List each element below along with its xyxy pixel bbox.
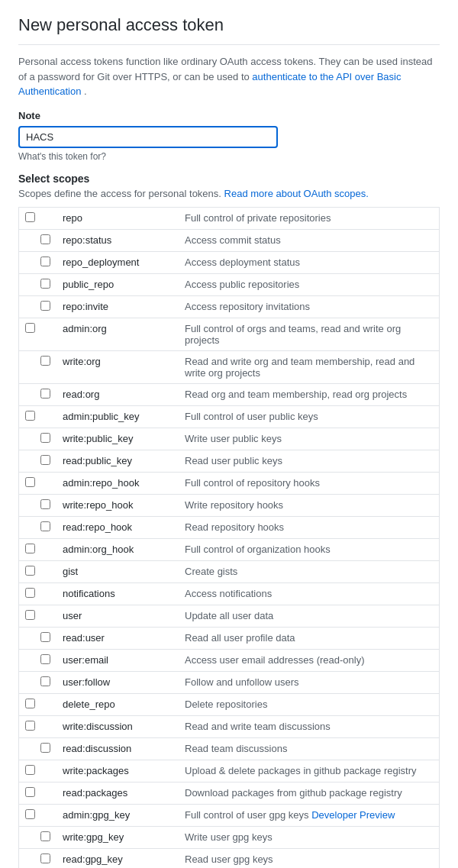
table-row: read:discussionRead team discussions (19, 737, 440, 760)
table-row: repo:statusAccess commit status (19, 229, 440, 251)
scope-name-write_public_key: write:public_key (56, 428, 179, 450)
scope-desc-public_repo: Access public repositories (179, 273, 440, 295)
checkbox-notifications[interactable] (25, 588, 35, 598)
title-divider (18, 44, 440, 45)
checkbox-read_org[interactable] (40, 389, 50, 399)
checkbox-repo[interactable] (25, 212, 35, 222)
table-row: admin:orgFull control of orgs and teams,… (19, 318, 440, 350)
checkbox-user[interactable] (25, 610, 35, 620)
scope-name-read_org: read:org (56, 383, 179, 405)
scope-link-admin_gpg_key[interactable]: Developer Preview (311, 809, 395, 821)
checkbox-read_gpg_key[interactable] (40, 853, 50, 863)
checkbox-public_repo[interactable] (40, 279, 50, 289)
scope-desc-repo_invite: Access repository invitations (179, 295, 440, 318)
table-row: admin:gpg_keyFull control of user gpg ke… (19, 804, 440, 826)
table-row: read:packagesDownload packages from gith… (19, 782, 440, 804)
checkbox-read_user[interactable] (40, 632, 50, 642)
checkbox-admin_gpg_key[interactable] (25, 809, 35, 819)
scope-desc-notifications: Access notifications (179, 582, 440, 605)
scope-name-repo_invite: repo:invite (56, 295, 179, 318)
page-title: New personal access token (18, 15, 440, 35)
scope-name-user: user (56, 605, 179, 627)
checkbox-write_repo_hook[interactable] (40, 499, 50, 509)
scopes-table: repoFull control of private repositories… (18, 207, 440, 869)
scope-desc-write_discussion: Read and write team discussions (179, 715, 440, 737)
table-row: write:gpg_keyWrite user gpg keys (19, 826, 440, 848)
note-label: Note (18, 110, 440, 121)
scope-name-write_gpg_key: write:gpg_key (56, 826, 179, 848)
scopes-link[interactable]: Read more about OAuth scopes. (224, 188, 369, 199)
table-row: user:followFollow and unfollow users (19, 671, 440, 693)
scope-name-gist: gist (56, 560, 179, 582)
checkbox-write_packages[interactable] (25, 765, 35, 775)
scope-desc-write_public_key: Write user public keys (179, 428, 440, 450)
checkbox-write_org[interactable] (40, 356, 50, 366)
checkbox-user_email[interactable] (40, 654, 50, 664)
scope-name-read_discussion: read:discussion (56, 737, 179, 760)
scope-name-admin_repo_hook: admin:repo_hook (56, 472, 179, 494)
table-row: write:discussionRead and write team disc… (19, 715, 440, 737)
table-row: admin:org_hookFull control of organizati… (19, 538, 440, 560)
scope-desc-user: Update all user data (179, 605, 440, 627)
checkbox-read_discussion[interactable] (40, 743, 50, 753)
scope-name-read_repo_hook: read:repo_hook (56, 516, 179, 538)
desc-text-2: . (84, 86, 87, 97)
table-row: userUpdate all user data (19, 605, 440, 627)
note-hint: What's this token for? (18, 151, 440, 162)
scope-desc-read_gpg_key: Read user gpg keys (179, 848, 440, 868)
checkbox-read_packages[interactable] (25, 787, 35, 797)
table-row: gistCreate gists (19, 560, 440, 582)
table-row: repoFull control of private repositories (19, 207, 440, 229)
checkbox-read_repo_hook[interactable] (40, 521, 50, 531)
checkbox-repo_deployment[interactable] (40, 257, 50, 266)
table-row: read:gpg_keyRead user gpg keys (19, 848, 440, 868)
scope-desc-admin_org_hook: Full control of organization hooks (179, 538, 440, 560)
checkbox-admin_org[interactable] (25, 323, 35, 333)
scope-name-admin_public_key: admin:public_key (56, 405, 179, 428)
note-input[interactable] (18, 126, 278, 148)
page-description: Personal access tokens function like ord… (18, 54, 440, 99)
scope-name-admin_gpg_key: admin:gpg_key (56, 804, 179, 826)
table-row: admin:public_keyFull control of user pub… (19, 405, 440, 428)
scope-name-user_email: user:email (56, 649, 179, 671)
scope-name-user_follow: user:follow (56, 671, 179, 693)
scope-name-read_packages: read:packages (56, 782, 179, 804)
scope-name-read_gpg_key: read:gpg_key (56, 848, 179, 868)
scope-name-public_repo: public_repo (56, 273, 179, 295)
checkbox-repo_status[interactable] (40, 234, 50, 244)
checkbox-delete_repo[interactable] (25, 699, 35, 708)
table-row: repo:inviteAccess repository invitations (19, 295, 440, 318)
scope-name-write_discussion: write:discussion (56, 715, 179, 737)
scope-desc-admin_repo_hook: Full control of repository hooks (179, 472, 440, 494)
checkbox-write_discussion[interactable] (25, 721, 35, 731)
scope-desc-repo_status: Access commit status (179, 229, 440, 251)
checkbox-admin_org_hook[interactable] (25, 544, 35, 553)
scopes-title: Select scopes (18, 173, 440, 185)
scope-desc-repo_deployment: Access deployment status (179, 251, 440, 273)
scope-desc-delete_repo: Delete repositories (179, 693, 440, 715)
checkbox-admin_public_key[interactable] (25, 411, 35, 421)
scope-desc-read_discussion: Read team discussions (179, 737, 440, 760)
table-row: admin:repo_hookFull control of repositor… (19, 472, 440, 494)
scope-name-repo_deployment: repo_deployment (56, 251, 179, 273)
scope-name-delete_repo: delete_repo (56, 693, 179, 715)
checkbox-write_gpg_key[interactable] (40, 831, 50, 841)
checkbox-read_public_key[interactable] (40, 455, 50, 465)
scopes-desc-text: Scopes define the access for personal to… (18, 188, 224, 199)
table-row: delete_repoDelete repositories (19, 693, 440, 715)
checkbox-gist[interactable] (25, 566, 35, 576)
checkbox-write_public_key[interactable] (40, 433, 50, 443)
checkbox-repo_invite[interactable] (40, 301, 50, 311)
checkbox-admin_repo_hook[interactable] (25, 477, 35, 487)
table-row: read:repo_hookRead repository hooks (19, 516, 440, 538)
checkbox-user_follow[interactable] (40, 676, 50, 686)
scope-desc-write_gpg_key: Write user gpg keys (179, 826, 440, 848)
scope-name-read_public_key: read:public_key (56, 450, 179, 472)
scope-name-write_org: write:org (56, 350, 179, 383)
table-row: read:public_keyRead user public keys (19, 450, 440, 472)
scope-desc-user_email: Access user email addresses (read-only) (179, 649, 440, 671)
scopes-desc: Scopes define the access for personal to… (18, 188, 440, 199)
scope-desc-write_repo_hook: Write repository hooks (179, 494, 440, 516)
scope-desc-gist: Create gists (179, 560, 440, 582)
scope-desc-write_org: Read and write org and team membership, … (179, 350, 440, 383)
